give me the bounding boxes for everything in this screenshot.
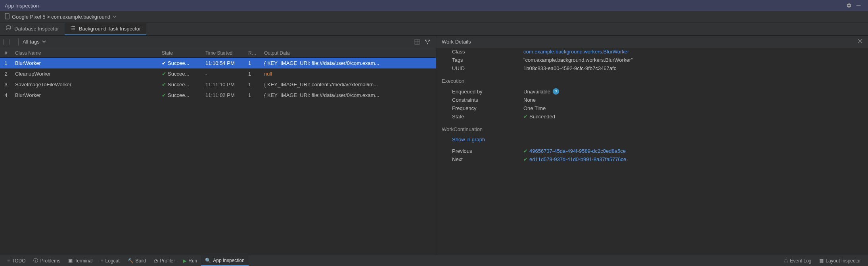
logcat-button[interactable]: ≡Logcat [97,255,124,266]
gauge-icon: ◔ [154,258,158,264]
cell-time: - [202,71,245,77]
check-icon: ✔ [162,71,166,77]
chevron-down-icon [113,14,117,20]
check-icon: ✔ [162,60,166,66]
todo-button[interactable]: ≡TODO [3,255,29,266]
gear-icon[interactable] [844,1,854,10]
bottom-toolbar: ≡TODO ⓘProblems ▣Terminal ≡Logcat 🔨Build… [0,255,868,266]
tab-database-inspector[interactable]: Database Inspector [0,23,65,35]
cell-time: 11:11:02 PM [202,92,245,98]
minimize-icon[interactable] [854,1,863,10]
col-header-retries[interactable]: Re... [245,50,261,56]
cell-output: { KEY_IMAGE_URI: file:///data/user/0/com… [261,92,436,98]
col-header-output[interactable]: Output Data [261,50,436,56]
cell-num: 3 [0,82,12,87]
enqueued-value: Unavailable? [523,88,862,95]
cell-class: BlurWorker [12,60,159,66]
cell-retries: 1 [245,71,261,77]
table-row[interactable]: 2CleanupWorker✔Succee...-1null [0,68,436,79]
next-key: Next [452,156,523,162]
frequency-key: Frequency [452,105,523,111]
cell-time: 11:10:54 PM [202,60,245,66]
database-icon [6,25,11,32]
details-header: Work Details [436,36,868,48]
previous-key: Previous [452,148,523,154]
tab-label: Background Task Inspector [79,26,141,32]
tags-filter-dropdown[interactable]: All tags [23,39,46,45]
select-all-checkbox[interactable] [3,39,10,45]
tags-value: "com.example.background.workers.BlurWork… [523,57,862,63]
list-icon: ≡ [7,258,10,264]
state-value: ✔Succeeded [523,114,862,120]
device-icon [5,13,10,21]
table-view-icon[interactable] [412,37,422,47]
app-inspection-button[interactable]: 🔍App Inspection [201,255,248,266]
profiler-button[interactable]: ◔Profiler [150,255,179,266]
cell-class: BlurWorker [12,92,159,98]
layout-inspector-button[interactable]: ▦Layout Inspector [815,255,865,266]
constraints-key: Constraints [452,97,523,103]
log-icon: ◌ [784,258,788,264]
tab-background-task-inspector[interactable]: Background Task Inspector [65,23,147,35]
uuid-value: 1b08c833-ea00-4592-9cfc-9fb7c3467afc [523,65,862,71]
check-icon: ✔ [162,92,166,98]
check-icon: ✔ [523,148,528,154]
run-button[interactable]: ▶Run [179,255,201,266]
info-icon[interactable]: ? [553,88,559,95]
event-log-button[interactable]: ◌Event Log [780,255,815,266]
next-link[interactable]: ed11d579-937d-41d0-b991-8a37fa5776ce [529,156,626,162]
cell-output: { KEY_IMAGE_URI: content://media/externa… [261,82,436,87]
tags-filter-label: All tags [23,39,40,45]
device-label: Google Pixel 5 > com.example.background [12,14,110,20]
col-header-time[interactable]: Time Started [202,50,245,56]
table-row[interactable]: 4BlurWorker✔Succee...11:11:02 PM1{ KEY_I… [0,90,436,101]
enqueued-key: Enqueued by [452,89,523,95]
build-button[interactable]: 🔨Build [124,255,150,266]
class-key: Class [452,49,523,55]
details-title: Work Details [442,39,471,45]
logcat-icon: ≡ [101,258,103,264]
layout-icon: ▦ [819,258,824,264]
title-text: App Inspection [5,3,39,9]
close-icon[interactable] [858,39,862,45]
state-key: State [452,114,523,120]
terminal-icon: ▣ [68,258,73,264]
cell-retries: 1 [245,82,261,87]
table-row[interactable]: 1BlurWorker✔Succee...11:10:54 PM1{ KEY_I… [0,58,436,68]
cell-output: null [261,71,436,77]
workcontinuation-heading: WorkContinuation [442,126,862,132]
cell-state: ✔Succee... [159,60,202,66]
svg-rect-0 [857,5,861,6]
hammer-icon: 🔨 [128,258,134,264]
title-bar: App Inspection [0,0,868,11]
svg-rect-1 [5,13,9,19]
cell-output: { KEY_IMAGE_URI: file:///data/user/0/com… [261,60,436,66]
col-header-class[interactable]: Class Name [12,50,159,56]
table-body: 1BlurWorker✔Succee...11:10:54 PM1{ KEY_I… [0,58,436,255]
cell-state: ✔Succee... [159,71,202,77]
cell-retries: 1 [245,60,261,66]
check-icon: ✔ [523,156,528,162]
cell-num: 1 [0,60,12,66]
terminal-button[interactable]: ▣Terminal [64,255,96,266]
col-header-state[interactable]: State [159,50,202,56]
check-icon: ✔ [523,114,528,120]
previous-link[interactable]: 49656737-45da-494f-9589-dc2c0ed8a5ce [529,148,626,154]
col-header-num[interactable]: # [0,50,12,56]
frequency-value: One Time [523,105,862,111]
cell-class: SaveImageToFileWorker [12,82,159,87]
table-row[interactable]: 3SaveImageToFileWorker✔Succee...11:11:10… [0,79,436,90]
inspector-tabs: Database Inspector Background Task Inspe… [0,23,868,36]
svg-point-2 [6,26,11,27]
chevron-down-icon [42,39,46,45]
graph-view-icon[interactable] [422,37,433,47]
device-bar[interactable]: Google Pixel 5 > com.example.background [0,11,868,23]
cell-class: CleanupWorker [12,71,159,77]
uuid-key: UUID [452,65,523,71]
class-link[interactable]: com.example.background.workers.BlurWorke… [523,49,629,55]
cell-time: 11:11:10 PM [202,82,245,87]
cell-state: ✔Succee... [159,82,202,87]
show-in-graph-link[interactable]: Show in graph [452,137,485,142]
tab-label: Database Inspector [14,26,59,32]
problems-button[interactable]: ⓘProblems [29,255,64,266]
